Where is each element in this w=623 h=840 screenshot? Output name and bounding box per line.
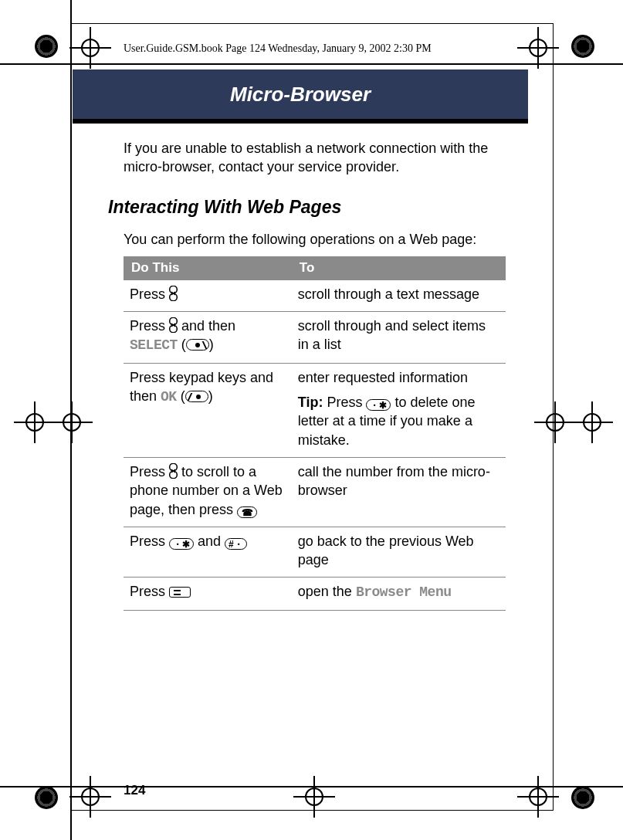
row2-do-close: ): [208, 388, 213, 404]
row1-select-label: SELECT: [130, 337, 178, 353]
header-meta-text: User.Guide.GSM.book Page 124 Wednesday, …: [124, 42, 432, 55]
star-clear-key-icon: ・✱: [366, 399, 391, 411]
row3-do-pre: Press: [130, 464, 169, 479]
svg-point-1: [170, 293, 178, 301]
crop-mark-filled-tr: [571, 35, 594, 58]
row5-to-pre: open the: [298, 584, 356, 599]
section-heading: Interacting With Web Pages: [108, 195, 510, 219]
row4-to: go back to the previous Web page: [292, 527, 506, 578]
table-row: Press scroll through a text message: [124, 280, 506, 312]
table-header-do: Do This: [124, 256, 292, 280]
svg-point-0: [170, 286, 178, 293]
row0-to: scroll through a text message: [292, 280, 506, 312]
row1-do-pre: Press: [130, 318, 169, 334]
operations-table: Do This To Press scroll through a text m…: [124, 256, 506, 611]
table-row: Press to scroll to a phone number on a W…: [124, 457, 506, 527]
row1-to: scroll through and select items in a lis…: [292, 312, 506, 364]
table-row: Press ・✱ and #・ go back to the previous …: [124, 527, 506, 578]
section-lead-text: You can perform the following operations…: [124, 230, 510, 249]
soft-key-icon: [185, 391, 208, 402]
row0-do-pre: Press: [130, 286, 169, 302]
menu-key-icon: [169, 587, 191, 598]
svg-point-5: [170, 471, 178, 479]
table-row: Press and then SELECT () scroll through …: [124, 312, 506, 364]
row2-tip-pre: Press: [323, 395, 366, 410]
row5-browser-menu: Browser Menu: [356, 584, 452, 600]
hash-shift-key-icon: #・: [225, 538, 247, 550]
row1-do-close: ): [209, 337, 214, 352]
svg-point-3: [170, 325, 178, 333]
nav-key-icon: [169, 317, 178, 333]
row3-to: call the number from the micro-browser: [292, 457, 506, 527]
body-content: If you are unable to establish a network…: [124, 139, 510, 611]
row2-to-a: enter requested information: [298, 368, 499, 387]
svg-point-2: [170, 317, 178, 325]
soft-key-icon: [186, 339, 209, 351]
intro-paragraph: If you are unable to establish a network…: [124, 139, 510, 177]
page-number: 124: [124, 783, 145, 798]
row1-do-post: (: [178, 337, 186, 352]
table-row: Press keypad keys and then OK () enter r…: [124, 363, 506, 457]
row4-do-and: and: [194, 533, 225, 549]
nav-key-icon: [169, 463, 178, 479]
row4-do-pre: Press: [130, 533, 169, 549]
crop-mark-icon: [571, 401, 613, 443]
star-clear-key-icon: ・✱: [169, 538, 194, 550]
row2-ok-label: OK: [161, 389, 177, 405]
row2-do-post: (: [177, 388, 185, 404]
table-row: Press open the Browser Menu: [124, 578, 506, 610]
crop-mark-icon: [14, 401, 56, 443]
crop-mark-filled-bl: [35, 786, 58, 809]
crop-mark-filled-tl: [35, 35, 58, 58]
nav-key-icon: [169, 286, 178, 301]
crop-mark-filled-br: [571, 786, 594, 809]
chapter-title-banner: Micro-Browser: [73, 69, 528, 124]
row2-tip-label: Tip:: [298, 395, 323, 410]
svg-point-4: [170, 463, 178, 471]
row1-do-mid: and then: [178, 318, 235, 334]
row5-do-pre: Press: [130, 584, 169, 599]
send-key-icon: ☎: [237, 506, 257, 518]
table-header-to: To: [292, 256, 506, 280]
